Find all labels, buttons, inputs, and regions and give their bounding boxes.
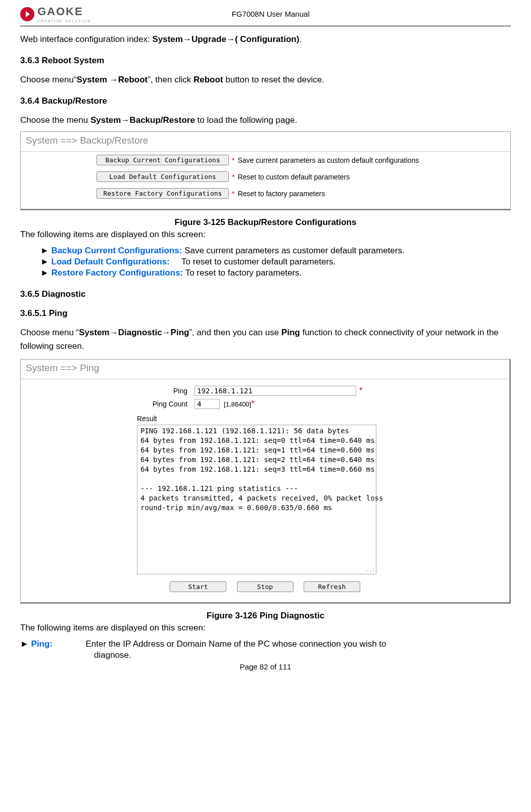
ping-item-desc1: Enter the IP Address or Domain Name of t… [86,639,387,649]
asterisk-icon: * [232,156,234,164]
backup-current-button[interactable]: Backup Current Configurations [96,155,229,165]
restore-factory-button[interactable]: Restore Factory Configurations [96,188,229,199]
ping-prefix: Choose menu “ [20,328,79,337]
backup-row-1: Load Default Configurations * Reset to c… [21,168,510,185]
after-fig126-text: The following items are displayed on thi… [20,623,511,633]
ping-result-box[interactable]: PING 192.168.1.121 (192.168.1.121): 56 d… [137,425,376,574]
heading-3-6-5-1: 3.6.5.1 Ping [20,308,511,319]
bullet-restore-factory: ► Restore Factory Configurations: To res… [40,268,511,278]
ping-ui: System ==> Ping Ping * Ping Count [1,864… [20,359,511,604]
backup-row-1-desc: Reset to custom default parameters [237,173,350,181]
asterisk-icon: * [232,173,234,181]
config-index-suffix: . [299,34,302,44]
backup-restore-ui: System ==> Backup/Restore Backup Current… [20,131,511,210]
doc-title: FG7008N User Manual [30,10,511,18]
figure-3-125-caption: Figure 3-125 Backup/Restore Configuratio… [20,217,511,228]
refresh-button[interactable]: Refresh [304,581,360,592]
ping-mid: ”, and then you can use [189,328,281,337]
ping-result-label: Result [21,411,509,425]
bullet-2-desc: To reset to factory parameters. [183,268,302,278]
stop-button[interactable]: Stop [237,581,294,592]
bullet-load-default: ► Load Default Configurations: To reset … [40,257,511,267]
bullet-backup-current: ► Backup Current Configurations: Save cu… [40,246,511,256]
ping-count-row: Ping Count [1,86400]* [21,397,509,411]
ping-item-label: Ping: [31,639,53,649]
bullet-1-desc: To reset to customer default parameters. [170,257,336,266]
ping-instruction: Choose menu “System→Diagnostic→Ping”, an… [20,326,511,353]
heading-3-6-5: 3.6.5 Diagnostic [20,289,511,299]
header-rule [20,26,511,26]
ping-item-desc2: diagnose. [94,650,511,660]
after-fig125-text: The following items are displayed on thi… [20,230,511,240]
asterisk-icon: * [232,190,234,198]
ping-address-row: Ping * [21,384,509,397]
ping-word: Ping [281,328,300,337]
bullet-marker: ► [40,257,52,266]
backup-row-0-desc: Save current parameters as custom defaul… [237,156,419,164]
start-button[interactable]: Start [170,581,226,592]
config-index-line: Web interface configuration index: Syste… [20,34,511,44]
ping-breadcrumb: System ==> Ping [21,359,509,379]
backup-row-2: Restore Factory Configurations * Reset t… [21,185,510,202]
backup-row-0: Backup Current Configurations * Save cur… [21,152,510,168]
config-index-path: System→Upgrade→( Configuration) [152,34,299,44]
reboot-btn-word: Reboot [194,75,223,84]
ping-item-line: ► Ping: Enter the IP Address or Domain N… [20,639,511,649]
reboot-path: System →Reboot [77,75,148,84]
reboot-instruction: Choose menu“System →Reboot”, then click … [20,75,511,85]
bullet-marker: ► [40,268,52,278]
heading-3-6-3: 3.6.3 Reboot System [20,56,511,66]
doc-header: GAOKE CREATIVE SOLUTION FG7008N User Man… [20,5,511,23]
backup-breadcrumb: System ==> Backup/Restore [21,132,510,152]
reboot-mid: ”, then click [148,75,194,84]
load-default-button[interactable]: Load Default Configurations [96,171,229,182]
ping-count-hint: [1,86400] [224,400,251,408]
ping-form: Ping * Ping Count [1,86400]* Result PING… [21,379,509,595]
backup-path: System→Backup/Restore [90,115,195,125]
resize-handle-icon[interactable]: ..: [366,566,375,573]
ping-button-bar: Start Stop Refresh [21,574,509,592]
asterisk-icon: * [359,386,362,395]
heading-3-6-4: 3.6.4 Backup/Restore [20,96,511,106]
logo-subtext: CREATIVE SOLUTION [37,19,91,23]
asterisk-icon: * [251,399,254,409]
bullet-marker: ► [20,639,31,649]
config-index-prefix: Web interface configuration index: [20,34,152,44]
ping-path: System→Diagnostic→Ping [79,328,189,337]
ping-count-label: Ping Count [21,400,195,408]
backup-prefix: Choose the menu [20,115,90,125]
bullet-0-label: Backup Current Configurations: [52,246,182,255]
figure-3-126-caption: Figure 3-126 Ping Diagnostic [20,611,511,621]
page-footer: Page 82 of 111 [20,662,511,671]
bullet-2-label: Restore Factory Configurations: [52,268,183,278]
ping-address-input[interactable] [195,386,356,396]
logo-icon [20,7,34,21]
ping-count-input[interactable] [195,399,220,409]
backup-instruction: Choose the menu System→Backup/Restore to… [20,115,511,125]
ping-result-text: PING 192.168.1.121 (192.168.1.121): 56 d… [140,427,383,511]
bullet-marker: ► [40,246,52,255]
reboot-suffix: button to reset the device. [223,75,324,84]
backup-suffix: to load the following page. [195,115,297,125]
bullet-0-desc: Save current parameters as customer defa… [182,246,404,255]
backup-row-2-desc: Reset to factory parameters [237,190,325,198]
reboot-prefix: Choose menu“ [20,75,77,84]
bullet-1-label: Load Default Configurations: [52,257,170,266]
ping-address-label: Ping [21,387,195,395]
